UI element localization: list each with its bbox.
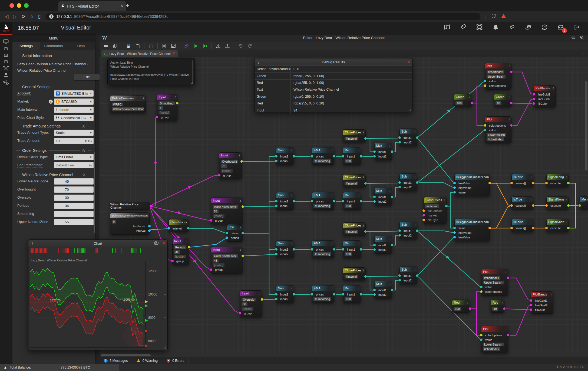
- section-script-information[interactable]: Script Information: [16, 54, 91, 58]
- node-defineeasyindicatorparameters[interactable]: DefineEasyIndicatorParametersi0chartInde…: [110, 212, 150, 235]
- port-dot[interactable]: [398, 274, 401, 277]
- node-closeprices[interactable]: ClosePricesi#interval: [343, 174, 366, 187]
- port-dot[interactable]: [241, 232, 244, 235]
- port-dot[interactable]: [416, 229, 419, 232]
- port-dot[interactable]: [488, 226, 491, 229]
- new-tab-button[interactable]: +: [126, 2, 129, 9]
- port-dot[interactable]: [532, 204, 535, 207]
- tab-commands[interactable]: Commands: [40, 42, 67, 50]
- download-icon[interactable]: [216, 43, 221, 49]
- port-dot[interactable]: [422, 209, 425, 212]
- script-tab[interactable]: >_ Lazy Bear - Wilson Relative Price Cha…: [101, 50, 178, 57]
- port-dot[interactable]: [510, 70, 513, 73]
- info-icon[interactable]: i: [290, 287, 292, 290]
- node-istrue[interactable]: IsTrueivalues[]: [511, 196, 533, 209]
- info-icon[interactable]: i: [530, 220, 531, 224]
- stepper-icon[interactable]: ▲▼: [90, 100, 92, 103]
- port-dot[interactable]: [480, 290, 483, 293]
- info-icon[interactable]: i: [504, 270, 506, 273]
- node-isbiggerorsmallerthan[interactable]: IsBiggerOrSmallerThanilowValuehighValuev…: [454, 174, 490, 196]
- node-plot[interactable]: Ploti#chartIndexUpper Bulishvaluecolor/o…: [485, 63, 511, 90]
- port-dot[interactable]: [373, 248, 376, 251]
- info-icon[interactable]: i: [239, 199, 241, 202]
- script-tab-close-icon[interactable]: ✗: [173, 52, 175, 55]
- bell-icon[interactable]: [492, 24, 499, 31]
- port-dot[interactable]: [510, 204, 513, 207]
- port-dot[interactable]: [416, 136, 419, 139]
- info-icon[interactable]: i: [414, 175, 415, 178]
- zoom-in-icon[interactable]: [580, 35, 584, 41]
- port-dot[interactable]: [532, 226, 535, 229]
- node-input[interactable]: InputiOverbought70[tooltip]group: [219, 152, 242, 179]
- port-dot[interactable]: [171, 260, 174, 262]
- field-price-chart-style-[interactable]: CandlestickHLC▲▼: [54, 115, 94, 121]
- info-icon[interactable]: i: [508, 118, 510, 121]
- node-mult[interactable]: Multiinput1input2: [374, 143, 392, 160]
- info-icon[interactable]: i: [362, 224, 364, 227]
- camera-icon[interactable]: [154, 241, 158, 245]
- info-icon[interactable]: i: [174, 96, 176, 99]
- node-signalnone[interactable]: SignalNoneiexecute: [546, 196, 569, 209]
- node-sub[interactable]: Subiinput1input2: [276, 192, 294, 210]
- info-icon[interactable]: i: [331, 287, 332, 290]
- port-dot[interactable]: [398, 141, 401, 144]
- field-oversold[interactable]: 30: [54, 195, 94, 201]
- node-signallong[interactable]: SignalLongiexecute: [546, 174, 569, 187]
- port-dot[interactable]: [510, 124, 513, 127]
- node-me[interactable]: Mei: [580, 196, 588, 209]
- field-market-[interactable]: ฿BTC/USD▲▼: [54, 99, 94, 105]
- port-dot[interactable]: [359, 155, 362, 158]
- chart-window[interactable]: ⋮ Chart ✕ 120001000080006000← 8876.70905…: [28, 239, 168, 350]
- port-dot[interactable]: [398, 279, 401, 282]
- info-icon[interactable]: i: [443, 198, 445, 202]
- info-icon[interactable]: i: [552, 87, 554, 90]
- info-icon[interactable]: i: [187, 221, 188, 224]
- zoom-out-icon[interactable]: [571, 35, 576, 41]
- port-dot[interactable]: [470, 101, 473, 104]
- info-icon[interactable]: i: [489, 175, 490, 179]
- copy-icon[interactable]: [113, 43, 118, 49]
- info-icon[interactable]: i: [530, 175, 531, 179]
- node-wilson-relative-price-channel[interactable]: Wilson Relative Price Channel: [110, 202, 150, 210]
- node-input[interactable]: InputiPeriods34[tooltip]group: [172, 238, 189, 265]
- port-dot[interactable]: [416, 274, 419, 277]
- message-info[interactable]: i5 Messages: [100, 357, 132, 364]
- port-dot[interactable]: [275, 204, 278, 207]
- play-icon[interactable]: [193, 43, 199, 49]
- node-div[interactable]: Diviinput1100: [343, 147, 361, 165]
- node-closeprices[interactable]: ClosePricesiinterval: [169, 219, 189, 232]
- node-sub[interactable]: Subiinput1input2: [399, 173, 417, 191]
- coins-icon[interactable]: [525, 24, 532, 31]
- port-dot[interactable]: [373, 200, 376, 203]
- port-dot[interactable]: [149, 204, 152, 207]
- frame-icon[interactable]: [476, 24, 483, 31]
- node-signalshort[interactable]: SignalShortiexecute: [546, 219, 569, 232]
- port-dot[interactable]: [333, 200, 336, 203]
- rail-robot-icon[interactable]: [3, 45, 9, 52]
- port-dot[interactable]: [398, 181, 401, 184]
- section-trade-amount-settings[interactable]: Trade Amount Settings: [16, 124, 91, 128]
- debug-results-panel[interactable]: ⋮ Debug Results ✕ DefineEasyIndicatorPar…: [254, 58, 412, 112]
- browser-tab[interactable]: HTS - Visual Editor ✕: [58, 1, 126, 11]
- close-window-button[interactable]: [9, 3, 14, 8]
- url-field[interactable]: ! 127.0.0.1 :8090/#/VisualEditor/81f9740…: [45, 13, 480, 20]
- info-icon[interactable]: i: [185, 239, 187, 243]
- port-dot[interactable]: [359, 248, 362, 251]
- node-input[interactable]: InputiSmoothing1[tooltip]group: [157, 94, 177, 121]
- port-dot[interactable]: [391, 288, 394, 291]
- port-dot[interactable]: [176, 102, 179, 105]
- info-icon[interactable]: i: [357, 193, 359, 197]
- info-icon[interactable]: i: [362, 176, 364, 179]
- folder-icon[interactable]: [103, 43, 109, 49]
- port-dot[interactable]: [241, 205, 244, 208]
- port-dot[interactable]: [373, 293, 376, 296]
- port-dot[interactable]: [364, 182, 367, 185]
- port-dot[interactable]: [275, 252, 278, 255]
- trash-icon[interactable]: [148, 43, 154, 49]
- info-icon[interactable]: i: [357, 149, 359, 152]
- port-dot[interactable]: [578, 204, 581, 207]
- port-dot[interactable]: [156, 116, 158, 119]
- port-dot[interactable]: [391, 244, 394, 247]
- section-wilson-relative-price-channel[interactable]: Wilson Relative Price Channel: [16, 173, 91, 177]
- node-sub[interactable]: Subiinput1input2: [276, 240, 294, 258]
